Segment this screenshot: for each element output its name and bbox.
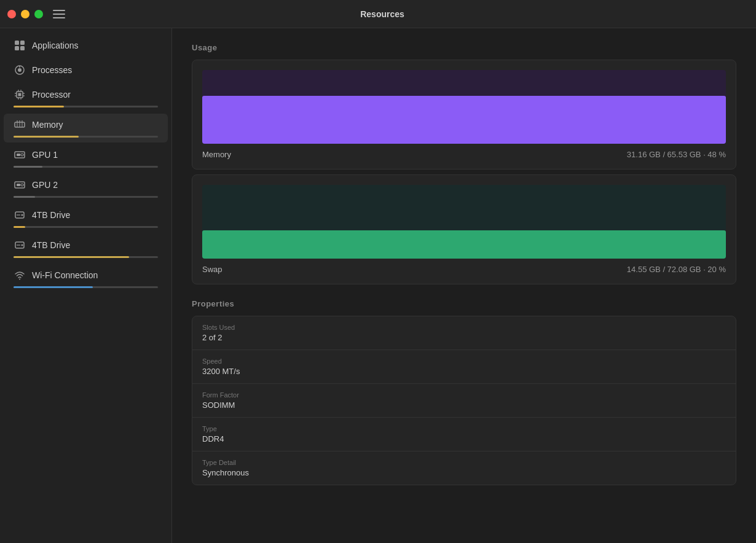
- svg-rect-28: [17, 184, 20, 186]
- property-value: 3200 MT/s: [202, 367, 726, 376]
- sidebar-item-gpu2[interactable]: GPU 2: [4, 174, 168, 203]
- svg-point-36: [19, 279, 20, 280]
- sidebar-bar-fill-processor: [14, 106, 64, 107]
- sidebar-bar-track-memory: [14, 136, 158, 138]
- svg-rect-3: [20, 46, 25, 50]
- sidebar-label-4tb-drive-1: 4TB Drive: [32, 210, 70, 220]
- sidebar-bar-fill-4tb-drive-2: [14, 256, 129, 258]
- sidebar-bar-fill-gpu2: [14, 196, 35, 198]
- main-layout: ApplicationsProcessesProcessorMemoryGPU …: [0, 28, 756, 543]
- 4tb-drive-2-icon: [14, 239, 26, 251]
- sidebar-item-gpu1[interactable]: GPU 1: [4, 144, 168, 173]
- properties-container: Slots Used2 of 2Speed3200 MT/sForm Facto…: [192, 316, 736, 485]
- content-area: Usage Memory 31.16 GB / 65.53 GB · 48 % …: [172, 28, 756, 543]
- sidebar-label-4tb-drive-2: 4TB Drive: [32, 240, 70, 250]
- sidebar-bar-track-4tb-drive-1: [14, 226, 158, 228]
- svg-rect-2: [15, 46, 19, 50]
- swap-chart-area: [202, 185, 726, 259]
- svg-rect-0: [15, 41, 19, 45]
- memory-icon: [14, 119, 26, 131]
- sidebar: ApplicationsProcessesProcessorMemoryGPU …: [0, 28, 172, 543]
- sidebar-item-4tb-drive-2[interactable]: 4TB Drive: [4, 234, 168, 263]
- sidebar-bar-track-wifi: [14, 286, 158, 288]
- properties-section: Properties Slots Used2 of 2Speed3200 MT/…: [192, 299, 736, 485]
- swap-chart-container: Swap 14.55 GB / 72.08 GB · 20 %: [192, 174, 736, 284]
- sidebar-label-gpu2: GPU 2: [32, 180, 58, 190]
- property-label: Slots Used: [202, 324, 726, 331]
- swap-chart-bar: [202, 230, 726, 259]
- memory-chart-value: 31.16 GB / 65.53 GB · 48 %: [627, 150, 726, 159]
- svg-rect-25: [17, 154, 20, 156]
- swap-chart-labels: Swap 14.55 GB / 72.08 GB · 20 %: [202, 265, 726, 274]
- titlebar: Resources: [0, 0, 756, 28]
- sidebar-label-processor: Processor: [32, 90, 71, 100]
- properties-section-title: Properties: [192, 299, 736, 308]
- sidebar-label-processes: Processes: [32, 65, 72, 75]
- sidebar-label-memory: Memory: [32, 120, 63, 130]
- usage-section-title: Usage: [192, 43, 736, 52]
- svg-point-31: [22, 214, 23, 216]
- property-value: SODIMM: [202, 400, 726, 410]
- sidebar-bar-track-4tb-drive-2: [14, 256, 158, 258]
- property-row: Slots Used2 of 2: [192, 316, 736, 350]
- svg-point-5: [18, 68, 22, 72]
- memory-chart-labels: Memory 31.16 GB / 65.53 GB · 48 %: [202, 150, 726, 159]
- property-row: Speed3200 MT/s: [192, 350, 736, 384]
- gpu2-icon: [14, 179, 26, 191]
- property-label: Type: [202, 425, 726, 432]
- sidebar-bar-fill-wifi: [14, 286, 93, 288]
- sidebar-label-wifi: Wi-Fi Connection: [32, 270, 98, 280]
- memory-chart-area: [202, 70, 726, 144]
- memory-chart-bar: [202, 96, 726, 144]
- wifi-icon: [14, 269, 26, 281]
- svg-point-29: [21, 184, 23, 186]
- swap-chart-label: Swap: [202, 265, 222, 274]
- sidebar-item-memory[interactable]: Memory: [4, 114, 168, 143]
- close-button[interactable]: [7, 10, 16, 18]
- sidebar-item-processes[interactable]: Processes: [4, 59, 168, 82]
- property-label: Form Factor: [202, 391, 726, 399]
- sidebar-item-4tb-drive-1[interactable]: 4TB Drive: [4, 204, 168, 233]
- svg-rect-8: [18, 93, 22, 96]
- sidebar-label-gpu1: GPU 1: [32, 150, 58, 160]
- sidebar-bar-fill-gpu1: [14, 166, 42, 168]
- property-row: TypeDDR4: [192, 418, 736, 451]
- sidebar-item-processor[interactable]: Processor: [4, 84, 168, 112]
- sidebar-bar-track-gpu1: [14, 166, 158, 168]
- sidebar-bar-track-processor: [14, 106, 158, 107]
- sidebar-bar-fill-memory: [14, 136, 79, 138]
- 4tb-drive-1-icon: [14, 209, 26, 221]
- svg-point-26: [21, 154, 23, 156]
- property-label: Speed: [202, 357, 726, 365]
- memory-chart-container: Memory 31.16 GB / 65.53 GB · 48 %: [192, 60, 736, 170]
- swap-chart-value: 14.55 GB / 72.08 GB · 20 %: [627, 265, 726, 274]
- svg-rect-1: [20, 41, 25, 45]
- property-value: 2 of 2: [202, 333, 726, 342]
- property-row: Form FactorSODIMM: [192, 384, 736, 418]
- property-label: Type Detail: [202, 459, 726, 466]
- applications-icon: [14, 39, 26, 52]
- sidebar-item-wifi[interactable]: Wi-Fi Connection: [4, 264, 168, 293]
- sidebar-bar-track-gpu2: [14, 196, 158, 198]
- sidebar-item-applications[interactable]: Applications: [4, 34, 168, 58]
- property-value: DDR4: [202, 434, 726, 443]
- processor-icon: [14, 88, 26, 101]
- property-value: Synchronous: [202, 468, 726, 477]
- sidebar-label-applications: Applications: [32, 41, 79, 50]
- memory-chart-label: Memory: [202, 150, 231, 159]
- app-title: Resources: [16, 9, 749, 19]
- property-row: Type DetailSynchronous: [192, 451, 736, 485]
- svg-point-34: [22, 244, 23, 246]
- usage-section: Usage Memory 31.16 GB / 65.53 GB · 48 % …: [192, 43, 736, 284]
- sidebar-bar-fill-4tb-drive-1: [14, 226, 25, 228]
- processes-icon: [14, 64, 26, 76]
- gpu1-icon: [14, 149, 26, 161]
